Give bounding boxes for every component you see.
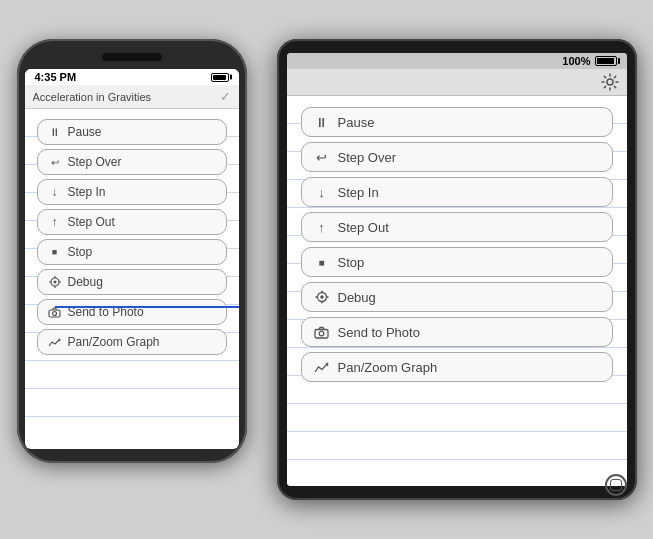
iphone-pause-label: Pause <box>68 125 102 139</box>
ipad-pan-zoom-icon <box>314 359 330 375</box>
iphone-title-bar: Acceleration in Gravities ✓ <box>25 85 239 109</box>
stop-icon: ■ <box>48 245 62 259</box>
iphone-time: 4:35 PM <box>35 71 77 83</box>
gear-icon[interactable] <box>601 73 619 91</box>
ipad-send-photo-label: Send to Photo <box>338 325 420 340</box>
iphone-screen: 4:35 PM Acceleration in Gravities ✓ ⏸ Pa… <box>25 69 239 449</box>
iphone-step-over-button[interactable]: ↩ Step Over <box>37 149 227 175</box>
ipad-pause-label: Pause <box>338 115 375 130</box>
iphone-step-out-label: Step Out <box>68 215 115 229</box>
iphone-step-over-label: Step Over <box>68 155 122 169</box>
svg-point-17 <box>319 331 324 336</box>
svg-point-5 <box>53 281 56 284</box>
ipad-step-in-icon: ↓ <box>314 184 330 200</box>
ipad-send-photo-button[interactable]: Send to Photo <box>301 317 613 347</box>
ipad-device: 100% ⏸ Pause <box>277 39 637 500</box>
iphone-step-out-button[interactable]: ↑ Step Out <box>37 209 227 235</box>
iphone-step-in-label: Step In <box>68 185 106 199</box>
ipad-step-over-icon: ↩ <box>314 149 330 165</box>
ipad-pan-zoom-label: Pan/Zoom Graph <box>338 360 438 375</box>
step-in-icon: ↓ <box>48 185 62 199</box>
checkmark-icon: ✓ <box>220 89 231 104</box>
ipad-pan-zoom-button[interactable]: Pan/Zoom Graph <box>301 352 613 382</box>
ipad-battery-icon <box>595 56 617 66</box>
ipad-step-over-label: Step Over <box>338 150 397 165</box>
ipad-stop-label: Stop <box>338 255 365 270</box>
ipad-notebook-area: ⏸ Pause ↩ Step Over ↓ Step In ↑ Step Out <box>287 96 627 486</box>
ipad-debug-button[interactable]: Debug <box>301 282 613 312</box>
ipad-screen: 100% ⏸ Pause <box>287 53 627 486</box>
ipad-step-in-button[interactable]: ↓ Step In <box>301 177 613 207</box>
pause-icon: ⏸ <box>48 125 62 139</box>
step-over-icon: ↩ <box>48 155 62 169</box>
iphone-stop-label: Stop <box>68 245 93 259</box>
ipad-home-button[interactable] <box>605 474 627 496</box>
iphone-notebook-area: ⏸ Pause ↩ Step Over ↓ Step In ↑ Step Out <box>25 109 239 439</box>
debug-icon <box>48 275 62 289</box>
svg-point-15 <box>320 295 324 299</box>
ipad-debug-icon <box>314 289 330 305</box>
ipad-status-bar: 100% <box>287 53 627 69</box>
ipad-debug-label: Debug <box>338 290 376 305</box>
iphone-device: 4:35 PM Acceleration in Gravities ✓ ⏸ Pa… <box>17 39 247 463</box>
pan-zoom-icon <box>48 335 62 349</box>
iphone-step-in-button[interactable]: ↓ Step In <box>37 179 227 205</box>
iphone-battery-icon <box>211 73 229 82</box>
iphone-pause-button[interactable]: ⏸ Pause <box>37 119 227 145</box>
svg-point-7 <box>53 311 57 315</box>
ipad-pause-icon: ⏸ <box>314 114 330 130</box>
ipad-stop-button[interactable]: ■ Stop <box>301 247 613 277</box>
ipad-step-over-button[interactable]: ↩ Step Over <box>301 142 613 172</box>
ipad-step-out-button[interactable]: ↑ Step Out <box>301 212 613 242</box>
iphone-pan-zoom-label: Pan/Zoom Graph <box>68 335 160 349</box>
ipad-toolbar <box>287 69 627 96</box>
iphone-pan-zoom-button[interactable]: Pan/Zoom Graph <box>37 329 227 355</box>
iphone-send-photo-button[interactable]: Send to Photo <box>37 299 227 325</box>
ipad-pause-button[interactable]: ⏸ Pause <box>301 107 613 137</box>
ipad-step-out-icon: ↑ <box>314 219 330 235</box>
ipad-stop-icon: ■ <box>314 254 330 270</box>
ipad-step-in-label: Step In <box>338 185 379 200</box>
iphone-blue-line <box>55 306 239 308</box>
step-out-icon: ↑ <box>48 215 62 229</box>
iphone-speaker <box>102 53 162 61</box>
iphone-title: Acceleration in Gravities <box>33 91 152 103</box>
iphone-stop-button[interactable]: ■ Stop <box>37 239 227 265</box>
ipad-step-out-label: Step Out <box>338 220 389 235</box>
iphone-debug-button[interactable]: Debug <box>37 269 227 295</box>
iphone-debug-label: Debug <box>68 275 103 289</box>
iphone-status-bar: 4:35 PM <box>25 69 239 85</box>
ipad-battery-text: 100% <box>562 55 590 67</box>
ipad-camera-icon <box>314 324 330 340</box>
svg-point-9 <box>607 79 613 85</box>
